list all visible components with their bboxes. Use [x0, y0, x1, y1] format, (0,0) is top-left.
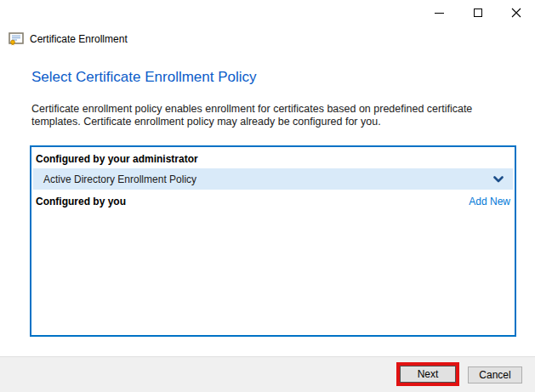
maximize-button[interactable] — [458, 0, 497, 26]
app-title: Certificate Enrollment — [30, 33, 128, 45]
active-directory-policy-row[interactable]: Active Directory Enrollment Policy — [33, 168, 513, 190]
app-header: Certificate Enrollment — [9, 32, 128, 46]
chevron-down-icon[interactable] — [493, 176, 504, 183]
next-button[interactable]: Next — [400, 366, 456, 383]
user-section-row: Configured by you Add New — [31, 190, 515, 207]
page-title: Select Certificate Enrollment Policy — [31, 69, 257, 86]
window-controls — [420, 0, 535, 26]
add-new-link[interactable]: Add New — [469, 196, 510, 207]
minimize-button[interactable] — [420, 0, 458, 26]
red-highlight-annotation: Next — [396, 362, 459, 386]
user-section-label: Configured by you — [36, 196, 126, 207]
minimize-icon — [435, 13, 444, 14]
admin-section-row: Configured by your administrator — [31, 147, 515, 168]
enrollment-policy-panel: Configured by your administrator Active … — [30, 145, 516, 337]
close-button[interactable] — [497, 0, 535, 26]
close-icon — [511, 8, 521, 18]
cancel-button[interactable]: Cancel — [468, 366, 522, 383]
selected-policy-label: Active Directory Enrollment Policy — [43, 173, 196, 185]
certificate-icon — [9, 32, 24, 46]
admin-section-label: Configured by your administrator — [36, 153, 198, 165]
maximize-icon — [474, 9, 482, 17]
page-description: Certificate enrollment policy enables en… — [31, 103, 521, 129]
